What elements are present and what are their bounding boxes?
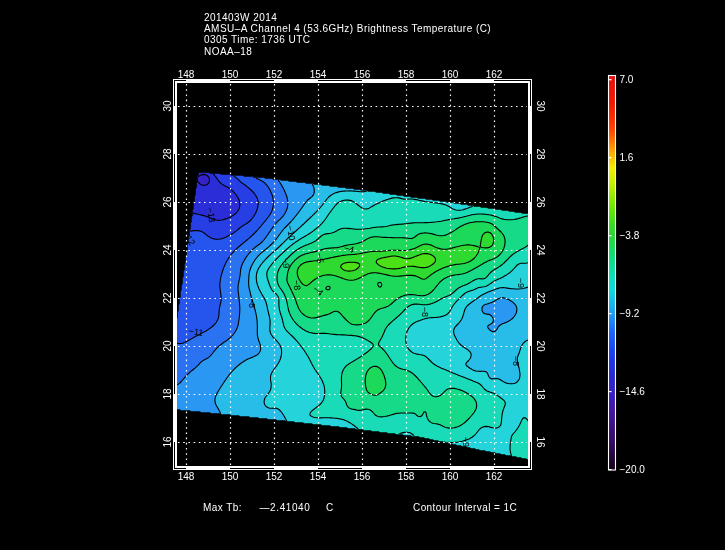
svg-text:26: 26 <box>162 196 173 208</box>
svg-text:154: 154 <box>310 69 327 80</box>
svg-text:152: 152 <box>266 471 283 482</box>
svg-text:−14.6: −14.6 <box>620 386 646 397</box>
svg-text:AMSU–A Channel 4 (53.6GHz) Bri: AMSU–A Channel 4 (53.6GHz) Brightness Te… <box>204 23 491 34</box>
svg-text:−3.8: −3.8 <box>620 230 640 241</box>
svg-text:C: C <box>326 502 334 513</box>
svg-text:−9: −9 <box>516 278 526 288</box>
svg-text:152: 152 <box>266 69 283 80</box>
svg-text:30: 30 <box>162 100 173 112</box>
svg-text:20: 20 <box>162 340 173 352</box>
svg-text:Contour Interval = 1C: Contour Interval = 1C <box>413 502 517 513</box>
svg-text:20: 20 <box>535 340 546 352</box>
svg-text:201403W 2014: 201403W 2014 <box>204 12 277 23</box>
svg-text:154: 154 <box>310 471 327 482</box>
svg-text:162: 162 <box>486 69 503 80</box>
svg-text:7.0: 7.0 <box>620 74 634 85</box>
svg-text:30: 30 <box>535 100 546 112</box>
svg-text:162: 162 <box>486 471 503 482</box>
svg-text:1.6: 1.6 <box>620 152 634 163</box>
svg-text:24: 24 <box>162 244 173 256</box>
svg-text:−8: −8 <box>247 298 257 308</box>
svg-text:18: 18 <box>535 388 546 400</box>
svg-text:160: 160 <box>442 471 459 482</box>
svg-text:24: 24 <box>535 244 546 256</box>
svg-text:Max Tb:: Max Tb: <box>203 502 242 513</box>
svg-text:−20.0: −20.0 <box>620 464 646 475</box>
svg-text:28: 28 <box>535 148 546 160</box>
svg-text:26: 26 <box>535 196 546 208</box>
svg-text:28: 28 <box>162 148 173 160</box>
svg-text:150: 150 <box>222 471 239 482</box>
svg-text:−9: −9 <box>281 257 292 268</box>
svg-text:148: 148 <box>178 471 195 482</box>
svg-text:16: 16 <box>535 436 546 448</box>
svg-text:—2.41040: —2.41040 <box>260 502 311 513</box>
svg-text:18: 18 <box>162 388 173 400</box>
svg-text:0305 Time: 1736 UTC: 0305 Time: 1736 UTC <box>204 34 310 45</box>
svg-text:16: 16 <box>162 436 173 448</box>
svg-text:156: 156 <box>354 471 371 482</box>
svg-text:22: 22 <box>162 292 173 304</box>
svg-text:160: 160 <box>442 69 459 80</box>
svg-text:22: 22 <box>535 292 546 304</box>
svg-text:148: 148 <box>178 69 195 80</box>
svg-text:−8: −8 <box>420 307 430 317</box>
svg-text:NOAA–18: NOAA–18 <box>204 46 252 57</box>
svg-text:−9.2: −9.2 <box>620 308 640 319</box>
svg-text:158: 158 <box>398 69 415 80</box>
svg-text:156: 156 <box>354 69 371 80</box>
svg-text:158: 158 <box>398 471 415 482</box>
svg-text:150: 150 <box>222 69 239 80</box>
svg-text:−8: −8 <box>511 356 521 366</box>
svg-text:−8: −8 <box>292 279 303 290</box>
svg-text:−5: −5 <box>315 252 326 263</box>
